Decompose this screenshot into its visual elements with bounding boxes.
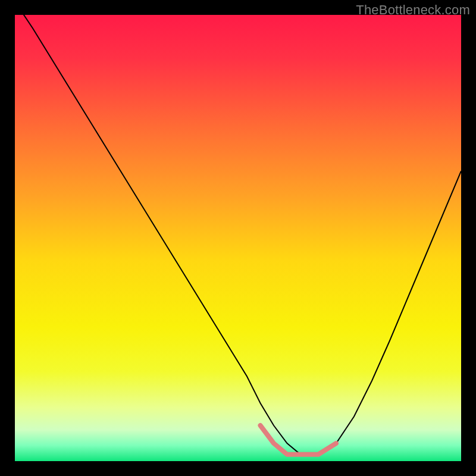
- chart-svg: [15, 15, 461, 461]
- chart-frame: TheBottleneck.com: [0, 0, 476, 476]
- watermark-text: TheBottleneck.com: [356, 2, 470, 18]
- plot-area: [15, 15, 461, 461]
- gradient-background: [15, 15, 461, 461]
